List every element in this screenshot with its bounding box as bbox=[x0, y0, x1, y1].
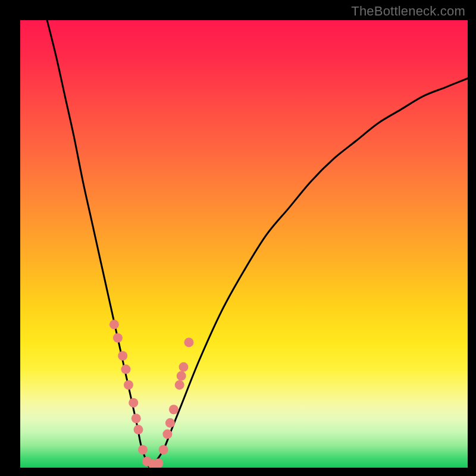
highlight-dot bbox=[154, 458, 163, 468]
highlight-dot bbox=[184, 337, 194, 347]
highlight-dot bbox=[169, 405, 178, 414]
highlight-dot bbox=[159, 445, 168, 455]
highlight-dot bbox=[131, 414, 141, 423]
highlight-dot bbox=[178, 362, 188, 372]
highlight-dot bbox=[134, 425, 143, 434]
highlight-dot bbox=[138, 445, 148, 455]
highlight-dot bbox=[129, 398, 138, 408]
highlight-dot bbox=[124, 380, 133, 390]
highlight-dot bbox=[165, 418, 175, 428]
chart-frame: TheBottleneck.com bbox=[0, 0, 476, 476]
highlight-dot bbox=[118, 351, 127, 361]
highlight-dot bbox=[162, 430, 172, 439]
highlight-dot bbox=[177, 371, 186, 381]
bottleneck-curve bbox=[47, 20, 468, 468]
highlight-dot bbox=[109, 320, 119, 329]
highlight-dot bbox=[121, 365, 130, 374]
curve-layer bbox=[20, 20, 468, 468]
highlight-dot bbox=[113, 333, 123, 343]
plot-area bbox=[20, 20, 468, 468]
watermark-text: TheBottleneck.com bbox=[351, 4, 465, 19]
highlight-dot bbox=[175, 380, 184, 390]
